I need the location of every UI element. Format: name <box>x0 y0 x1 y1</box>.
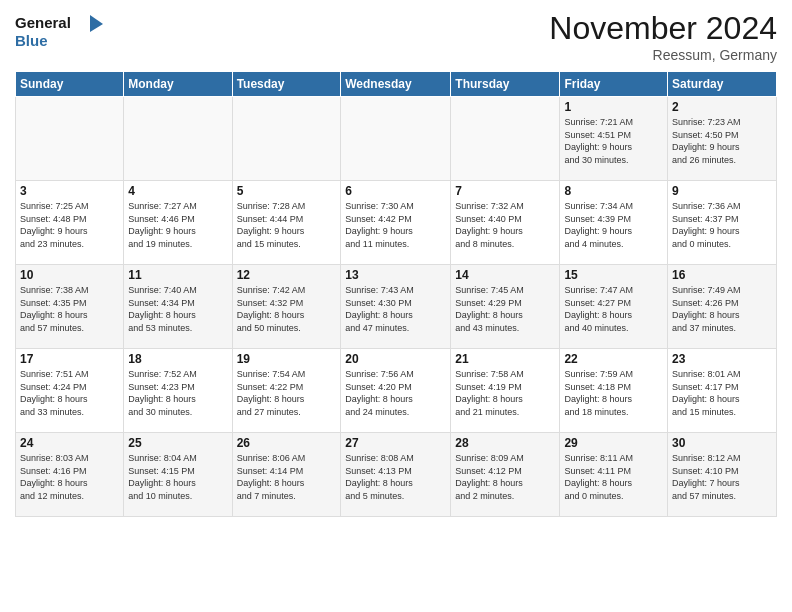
week-row-1: 3Sunrise: 7:25 AMSunset: 4:48 PMDaylight… <box>16 181 777 265</box>
cell-2-4: 14Sunrise: 7:45 AMSunset: 4:29 PMDayligh… <box>451 265 560 349</box>
cell-3-6: 23Sunrise: 8:01 AMSunset: 4:17 PMDayligh… <box>668 349 777 433</box>
day-info: Sunrise: 8:09 AMSunset: 4:12 PMDaylight:… <box>455 452 555 502</box>
cell-3-4: 21Sunrise: 7:58 AMSunset: 4:19 PMDayligh… <box>451 349 560 433</box>
cell-1-1: 4Sunrise: 7:27 AMSunset: 4:46 PMDaylight… <box>124 181 232 265</box>
cell-2-0: 10Sunrise: 7:38 AMSunset: 4:35 PMDayligh… <box>16 265 124 349</box>
cell-3-2: 19Sunrise: 7:54 AMSunset: 4:22 PMDayligh… <box>232 349 341 433</box>
cell-0-4 <box>451 97 560 181</box>
header-row: Sunday Monday Tuesday Wednesday Thursday… <box>16 72 777 97</box>
cell-1-3: 6Sunrise: 7:30 AMSunset: 4:42 PMDaylight… <box>341 181 451 265</box>
week-row-0: 1Sunrise: 7:21 AMSunset: 4:51 PMDaylight… <box>16 97 777 181</box>
day-info: Sunrise: 7:47 AMSunset: 4:27 PMDaylight:… <box>564 284 663 334</box>
day-info: Sunrise: 8:03 AMSunset: 4:16 PMDaylight:… <box>20 452 119 502</box>
cell-2-2: 12Sunrise: 7:42 AMSunset: 4:32 PMDayligh… <box>232 265 341 349</box>
day-number: 20 <box>345 352 446 366</box>
cell-3-3: 20Sunrise: 7:56 AMSunset: 4:20 PMDayligh… <box>341 349 451 433</box>
svg-text:Blue: Blue <box>15 32 48 49</box>
day-info: Sunrise: 7:51 AMSunset: 4:24 PMDaylight:… <box>20 368 119 418</box>
cell-4-4: 28Sunrise: 8:09 AMSunset: 4:12 PMDayligh… <box>451 433 560 517</box>
day-number: 28 <box>455 436 555 450</box>
day-number: 8 <box>564 184 663 198</box>
day-info: Sunrise: 7:30 AMSunset: 4:42 PMDaylight:… <box>345 200 446 250</box>
calendar-body: 1Sunrise: 7:21 AMSunset: 4:51 PMDaylight… <box>16 97 777 517</box>
cell-0-6: 2Sunrise: 7:23 AMSunset: 4:50 PMDaylight… <box>668 97 777 181</box>
day-info: Sunrise: 7:49 AMSunset: 4:26 PMDaylight:… <box>672 284 772 334</box>
day-info: Sunrise: 8:06 AMSunset: 4:14 PMDaylight:… <box>237 452 337 502</box>
cell-3-5: 22Sunrise: 7:59 AMSunset: 4:18 PMDayligh… <box>560 349 668 433</box>
cell-2-6: 16Sunrise: 7:49 AMSunset: 4:26 PMDayligh… <box>668 265 777 349</box>
day-number: 27 <box>345 436 446 450</box>
day-info: Sunrise: 7:25 AMSunset: 4:48 PMDaylight:… <box>20 200 119 250</box>
day-info: Sunrise: 8:11 AMSunset: 4:11 PMDaylight:… <box>564 452 663 502</box>
cell-4-2: 26Sunrise: 8:06 AMSunset: 4:14 PMDayligh… <box>232 433 341 517</box>
cell-4-6: 30Sunrise: 8:12 AMSunset: 4:10 PMDayligh… <box>668 433 777 517</box>
day-info: Sunrise: 7:38 AMSunset: 4:35 PMDaylight:… <box>20 284 119 334</box>
logo-svg: General Blue <box>15 10 105 50</box>
day-number: 16 <box>672 268 772 282</box>
day-number: 15 <box>564 268 663 282</box>
day-info: Sunrise: 7:23 AMSunset: 4:50 PMDaylight:… <box>672 116 772 166</box>
day-info: Sunrise: 7:56 AMSunset: 4:20 PMDaylight:… <box>345 368 446 418</box>
day-info: Sunrise: 7:58 AMSunset: 4:19 PMDaylight:… <box>455 368 555 418</box>
month-title: November 2024 <box>549 10 777 47</box>
location: Reessum, Germany <box>549 47 777 63</box>
calendar-header: Sunday Monday Tuesday Wednesday Thursday… <box>16 72 777 97</box>
day-number: 24 <box>20 436 119 450</box>
title-section: November 2024 Reessum, Germany <box>549 10 777 63</box>
header-thursday: Thursday <box>451 72 560 97</box>
cell-1-2: 5Sunrise: 7:28 AMSunset: 4:44 PMDaylight… <box>232 181 341 265</box>
day-number: 23 <box>672 352 772 366</box>
cell-0-1 <box>124 97 232 181</box>
cell-2-3: 13Sunrise: 7:43 AMSunset: 4:30 PMDayligh… <box>341 265 451 349</box>
day-number: 22 <box>564 352 663 366</box>
week-row-3: 17Sunrise: 7:51 AMSunset: 4:24 PMDayligh… <box>16 349 777 433</box>
cell-1-5: 8Sunrise: 7:34 AMSunset: 4:39 PMDaylight… <box>560 181 668 265</box>
cell-1-4: 7Sunrise: 7:32 AMSunset: 4:40 PMDaylight… <box>451 181 560 265</box>
day-number: 30 <box>672 436 772 450</box>
day-number: 26 <box>237 436 337 450</box>
day-number: 11 <box>128 268 227 282</box>
day-info: Sunrise: 8:04 AMSunset: 4:15 PMDaylight:… <box>128 452 227 502</box>
header-monday: Monday <box>124 72 232 97</box>
day-number: 29 <box>564 436 663 450</box>
day-info: Sunrise: 7:32 AMSunset: 4:40 PMDaylight:… <box>455 200 555 250</box>
week-row-2: 10Sunrise: 7:38 AMSunset: 4:35 PMDayligh… <box>16 265 777 349</box>
day-number: 2 <box>672 100 772 114</box>
header-wednesday: Wednesday <box>341 72 451 97</box>
day-number: 1 <box>564 100 663 114</box>
day-info: Sunrise: 7:45 AMSunset: 4:29 PMDaylight:… <box>455 284 555 334</box>
day-number: 5 <box>237 184 337 198</box>
logo: General Blue <box>15 10 105 50</box>
day-info: Sunrise: 7:36 AMSunset: 4:37 PMDaylight:… <box>672 200 772 250</box>
cell-2-1: 11Sunrise: 7:40 AMSunset: 4:34 PMDayligh… <box>124 265 232 349</box>
cell-4-1: 25Sunrise: 8:04 AMSunset: 4:15 PMDayligh… <box>124 433 232 517</box>
cell-4-0: 24Sunrise: 8:03 AMSunset: 4:16 PMDayligh… <box>16 433 124 517</box>
header: General Blue November 2024 Reessum, Germ… <box>15 10 777 63</box>
day-info: Sunrise: 7:43 AMSunset: 4:30 PMDaylight:… <box>345 284 446 334</box>
day-info: Sunrise: 8:01 AMSunset: 4:17 PMDaylight:… <box>672 368 772 418</box>
header-tuesday: Tuesday <box>232 72 341 97</box>
day-info: Sunrise: 7:59 AMSunset: 4:18 PMDaylight:… <box>564 368 663 418</box>
day-number: 14 <box>455 268 555 282</box>
page: General Blue November 2024 Reessum, Germ… <box>0 0 792 612</box>
header-sunday: Sunday <box>16 72 124 97</box>
header-saturday: Saturday <box>668 72 777 97</box>
day-info: Sunrise: 7:54 AMSunset: 4:22 PMDaylight:… <box>237 368 337 418</box>
day-number: 12 <box>237 268 337 282</box>
day-number: 13 <box>345 268 446 282</box>
day-number: 21 <box>455 352 555 366</box>
day-info: Sunrise: 7:28 AMSunset: 4:44 PMDaylight:… <box>237 200 337 250</box>
cell-0-2 <box>232 97 341 181</box>
calendar-table: Sunday Monday Tuesday Wednesday Thursday… <box>15 71 777 517</box>
day-number: 7 <box>455 184 555 198</box>
day-info: Sunrise: 7:52 AMSunset: 4:23 PMDaylight:… <box>128 368 227 418</box>
cell-3-0: 17Sunrise: 7:51 AMSunset: 4:24 PMDayligh… <box>16 349 124 433</box>
day-info: Sunrise: 8:12 AMSunset: 4:10 PMDaylight:… <box>672 452 772 502</box>
day-number: 4 <box>128 184 227 198</box>
day-number: 9 <box>672 184 772 198</box>
cell-0-0 <box>16 97 124 181</box>
day-info: Sunrise: 7:34 AMSunset: 4:39 PMDaylight:… <box>564 200 663 250</box>
cell-3-1: 18Sunrise: 7:52 AMSunset: 4:23 PMDayligh… <box>124 349 232 433</box>
day-number: 10 <box>20 268 119 282</box>
header-friday: Friday <box>560 72 668 97</box>
